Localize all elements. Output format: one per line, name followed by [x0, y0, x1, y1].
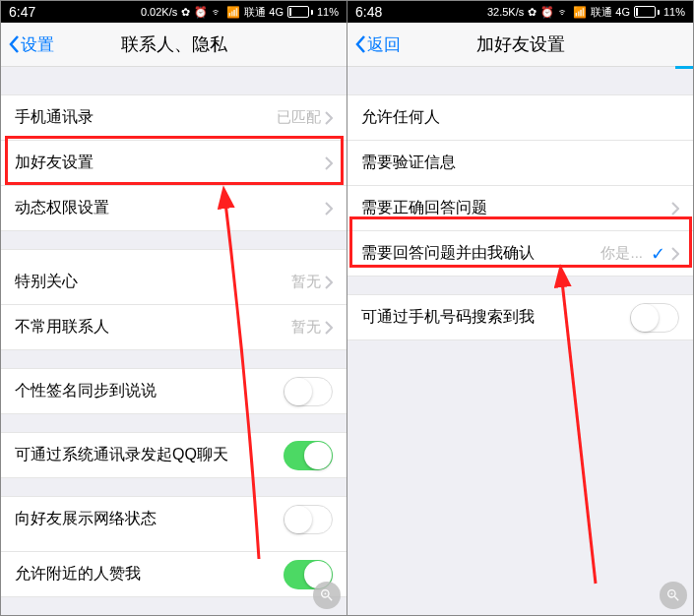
toggle-sys-contacts-qq[interactable] [284, 441, 333, 470]
vibrate-icon: ✿ [181, 6, 190, 19]
content: 允许任何人 需要验证信息 需要正确回答问题 需要回答问题并由我确认 你是... … [347, 67, 693, 615]
row-label: 手机通讯录 [15, 107, 94, 128]
chevron-left-icon [353, 34, 367, 54]
row-nearby-like[interactable]: 允许附近的人赞我 [1, 552, 347, 596]
back-label: 设置 [21, 33, 54, 56]
row-label: 向好友展示网络状态 [15, 509, 157, 529]
nav-bar: 设置 联系人、隐私 [1, 23, 347, 67]
row-value: 你是... [600, 244, 643, 263]
alarm-icon: ⏰ [194, 6, 208, 19]
chevron-left-icon [7, 34, 21, 54]
row-label: 个性签名同步到说说 [15, 381, 157, 401]
row-value: 已匹配 [277, 108, 321, 127]
row-label: 允许任何人 [361, 107, 440, 128]
row-need-answer[interactable]: 需要正确回答问题 [347, 186, 693, 231]
signal-icon: 📶 [226, 6, 240, 19]
status-carrier: 联通 4G [244, 5, 284, 20]
toggle-signature-sync[interactable] [284, 377, 333, 406]
phone-right: 6:48 32.5K/s ✿ ⏰ ᯤ 📶 联通 4G 11% 返回 加好友设置 [347, 1, 693, 615]
magnify-icon [313, 582, 341, 609]
back-label: 返回 [367, 33, 401, 56]
vibrate-icon: ✿ [528, 6, 536, 19]
row-label: 可通过手机号码搜索到我 [361, 307, 535, 328]
row-add-friend-settings[interactable]: 加好友设置 [1, 141, 347, 186]
row-label: 特别关心 [15, 272, 78, 292]
status-speed: 0.02K/s [141, 6, 177, 18]
row-label: 不常用联系人 [15, 317, 109, 338]
row-signature-sync[interactable]: 个性签名同步到说说 [1, 369, 347, 413]
status-time: 6:48 [355, 4, 382, 20]
status-bar: 6:48 32.5K/s ✿ ⏰ ᯤ 📶 联通 4G 11% [347, 1, 693, 23]
signal-icon: 📶 [573, 6, 587, 19]
battery-icon [287, 6, 313, 18]
chevron-right-icon [671, 202, 679, 216]
row-label: 加好友设置 [15, 153, 94, 173]
chevron-right-icon [325, 202, 333, 216]
status-bar: 6:47 0.02K/s ✿ ⏰ ᯤ 📶 联通 4G 11% [1, 1, 347, 23]
wifi-icon: ᯤ [212, 6, 222, 18]
row-label: 可通过系统通讯录发起QQ聊天 [15, 445, 228, 465]
content: 手机通讯录 已匹配 加好友设置 动态权限设置 特别 [1, 67, 347, 615]
row-label: 需要验证信息 [361, 153, 456, 173]
row-value: 暂无 [291, 273, 321, 291]
status-battery: 11% [663, 6, 685, 18]
alarm-icon: ⏰ [540, 6, 554, 19]
toggle-show-network[interactable] [284, 505, 333, 534]
back-button[interactable]: 设置 [1, 33, 54, 56]
status-battery: 11% [317, 6, 339, 18]
row-special-focus[interactable]: 特别关心 暂无 [1, 250, 347, 305]
battery-icon [634, 6, 660, 18]
row-label: 需要回答问题并由我确认 [361, 243, 535, 264]
chevron-right-icon [325, 321, 333, 335]
wifi-icon: ᯤ [558, 6, 569, 18]
row-feed-permission[interactable]: 动态权限设置 [1, 186, 347, 230]
chevron-right-icon [671, 247, 679, 261]
row-need-answer-confirm[interactable]: 需要回答问题并由我确认 你是... ✓ [347, 231, 693, 276]
row-show-network[interactable]: 向好友展示网络状态 [1, 497, 347, 552]
row-label: 动态权限设置 [15, 198, 109, 218]
row-sys-contacts-qq[interactable]: 可通过系统通讯录发起QQ聊天 [1, 433, 347, 477]
nav-bar: 返回 加好友设置 [347, 23, 693, 67]
status-carrier: 联通 4G [591, 5, 630, 20]
row-need-verify[interactable]: 需要验证信息 [347, 141, 693, 186]
row-allow-anyone[interactable]: 允许任何人 [347, 95, 693, 141]
row-phone-contacts[interactable]: 手机通讯录 已匹配 [1, 95, 347, 141]
check-icon: ✓ [651, 243, 665, 265]
chevron-right-icon [325, 276, 333, 289]
row-rare-contacts[interactable]: 不常用联系人 暂无 [1, 305, 347, 349]
chevron-right-icon [325, 156, 333, 170]
row-search-by-phone[interactable]: 可通过手机号码搜索到我 [347, 295, 693, 339]
status-time: 6:47 [9, 4, 35, 20]
back-button[interactable]: 返回 [347, 33, 401, 56]
row-value: 暂无 [291, 318, 321, 337]
row-label: 需要正确回答问题 [361, 198, 487, 218]
status-speed: 32.5K/s [487, 6, 524, 18]
phone-left: 6:47 0.02K/s ✿ ⏰ ᯤ 📶 联通 4G 11% 设置 联系人、隐私 [1, 1, 347, 615]
row-label: 允许附近的人赞我 [15, 564, 141, 585]
toggle-search-by-phone[interactable] [630, 303, 679, 333]
chevron-right-icon [325, 111, 333, 125]
magnify-icon [660, 582, 687, 609]
